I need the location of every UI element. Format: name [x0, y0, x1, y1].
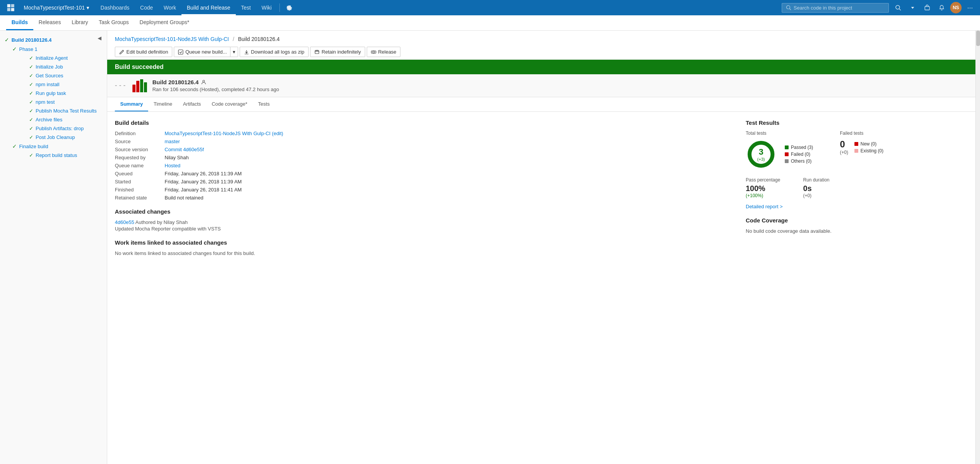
pass-pct-label: Pass percentage [746, 177, 780, 183]
legend-passed: Passed (3) [785, 145, 813, 150]
project-name[interactable]: MochaTypescriptTest-101 ▾ [20, 5, 93, 11]
breadcrumb-project-link[interactable]: MochaTypescriptTest-101-NodeJS With Gulp… [115, 36, 229, 42]
retain-indefinitely-button[interactable]: Retain indefinitely [310, 47, 365, 57]
nav-settings[interactable] [282, 0, 296, 15]
queue-link[interactable]: Hosted [165, 163, 180, 168]
svg-point-6 [896, 5, 900, 9]
scrollbar[interactable] [975, 31, 980, 464]
sidebar-step-5[interactable]: ✓ npm test [24, 98, 107, 106]
legend-failed: Failed (0) [785, 152, 813, 157]
run-duration-metric: Run duration 0s (+0) [803, 177, 830, 198]
tab-deployment-groups[interactable]: Deployment Groups* [134, 15, 195, 30]
chart-bar-3 [144, 82, 147, 92]
sidebar-phase-1[interactable]: ✓ Phase 1 [8, 44, 107, 54]
build-header-dashes: - - - [115, 82, 126, 90]
top-nav-icons: NS ··· [892, 2, 976, 14]
sidebar-collapse-btn[interactable]: ◀ [95, 34, 104, 42]
queue-build-button[interactable]: Queue new build... [174, 47, 231, 57]
commit-author-text: Authored by Nilay Shah [136, 219, 188, 225]
total-tests-row: 3 (+3) Passed (3) [746, 139, 813, 170]
sidebar-report-status[interactable]: ✓ Report build status [24, 151, 107, 160]
svg-rect-10 [178, 50, 183, 54]
detail-label-queued: Queued [115, 171, 165, 176]
sidebar-step-8[interactable]: ✓ Publish Artifacts: drop [24, 124, 107, 133]
notification-icon[interactable] [936, 2, 948, 14]
release-button[interactable]: Release [367, 47, 401, 57]
toolbar: Edit build definition Queue new build...… [107, 44, 975, 60]
queue-build-group: Queue new build... ▾ [174, 47, 238, 57]
detail-label-source: Source [115, 139, 165, 144]
svg-point-14 [203, 80, 204, 82]
tab-releases[interactable]: Releases [33, 15, 66, 30]
tab-summary[interactable]: Summary [115, 97, 148, 111]
test-results-title: Test Results [746, 119, 968, 126]
search-box[interactable]: Search code in this project [782, 3, 889, 13]
svg-rect-0 [7, 4, 10, 7]
legend-passed-dot [785, 145, 789, 149]
user-avatar[interactable]: NS [950, 2, 962, 13]
top-nav: MochaTypescriptTest-101 ▾ Dashboards Cod… [0, 0, 980, 15]
tab-task-groups[interactable]: Task Groups [93, 15, 134, 30]
tab-tests[interactable]: Tests [253, 97, 275, 111]
new-item: New (0) [854, 141, 884, 147]
sidebar-step-7[interactable]: ✓ Archive files [24, 115, 107, 124]
detail-row-queued: Queued Friday, January 26, 2018 11:39 AM [115, 171, 730, 176]
detail-label-finished: Finished [115, 187, 165, 193]
logo[interactable] [4, 1, 18, 15]
assoc-changes-title: Associated changes [115, 208, 730, 215]
dropdown-icon[interactable] [906, 2, 919, 14]
queue-build-dropdown-button[interactable]: ▾ [230, 47, 238, 57]
detail-value-queued: Friday, January 26, 2018 11:39 AM [165, 171, 242, 176]
more-icon[interactable]: ··· [964, 2, 976, 14]
source-version-link[interactable]: Commit 4d60e55f [165, 147, 204, 152]
sidebar-finalize-build[interactable]: ✓ Finalize build [8, 142, 107, 151]
detail-row-definition: Definition MochaTypescriptTest-101-NodeJ… [115, 131, 730, 136]
detail-label-source-version: Source version [115, 147, 165, 152]
sidebar-build-title[interactable]: ✓ Build 20180126.4 [0, 35, 107, 44]
svg-rect-2 [7, 8, 10, 11]
basket-icon[interactable] [921, 2, 933, 14]
nav-dashboards[interactable]: Dashboards [95, 0, 135, 15]
detailed-report-link[interactable]: Detailed report > [746, 204, 782, 209]
tab-timeline[interactable]: Timeline [148, 97, 178, 111]
nav-wiki[interactable]: Wiki [256, 0, 277, 15]
sidebar-step-9[interactable]: ✓ Post Job Cleanup [24, 133, 107, 142]
search-icon-btn[interactable] [892, 2, 904, 14]
build-success-bar: Build succeeded [107, 60, 975, 74]
person-icon [201, 80, 206, 85]
legend-others-dot [785, 159, 789, 163]
tab-artifacts[interactable]: Artifacts [178, 97, 206, 111]
detail-row-source: Source master [115, 139, 730, 144]
finalize-check-icon: ✓ [12, 143, 17, 149]
sidebar-step-6[interactable]: ✓ Publish Mocha Test Results [24, 106, 107, 115]
sidebar-step-3[interactable]: ✓ npm install [24, 80, 107, 89]
tab-library[interactable]: Library [66, 15, 93, 30]
donut-chart: 3 (+3) [746, 139, 776, 170]
sidebar-step-0[interactable]: ✓ Initialize Agent [24, 54, 107, 62]
step-check-8: ✓ [29, 126, 33, 131]
phase-check-icon: ✓ [12, 46, 17, 52]
svg-point-4 [787, 6, 790, 9]
commit-hash-link[interactable]: 4d60e55 [115, 219, 134, 225]
definition-link[interactable]: MochaTypescriptTest-101-NodeJS With Gulp… [165, 131, 283, 136]
download-logs-button[interactable]: Download all logs as zip [240, 47, 309, 57]
sidebar-steps: ✓ Initialize Agent ✓ Initialize Job ✓ Ge… [16, 54, 107, 142]
tab-builds[interactable]: Builds [6, 15, 33, 30]
detail-label-queue: Queue name [115, 163, 165, 168]
scrollbar-thumb[interactable] [976, 31, 980, 46]
nav-test[interactable]: Test [236, 0, 256, 15]
release-icon [371, 49, 376, 55]
sidebar-step-4[interactable]: ✓ Run gulp task [24, 89, 107, 98]
donut-inner: 3 (+3) [757, 147, 765, 162]
detail-row-finished: Finished Friday, January 26, 2018 11:41 … [115, 187, 730, 193]
sidebar-step-1[interactable]: ✓ Initialize Job [24, 62, 107, 71]
nav-work[interactable]: Work [158, 0, 181, 15]
edit-build-definition-button[interactable]: Edit build definition [115, 47, 172, 57]
sidebar-step-2[interactable]: ✓ Get Sources [24, 71, 107, 80]
tab-code-coverage[interactable]: Code coverage* [206, 97, 253, 111]
source-link[interactable]: master [165, 139, 180, 144]
chart-bar-1 [136, 81, 139, 92]
nav-code[interactable]: Code [135, 0, 158, 15]
build-details-section: Build details Definition MochaTypescript… [115, 119, 730, 256]
nav-build-release[interactable]: Build and Release [181, 0, 236, 15]
